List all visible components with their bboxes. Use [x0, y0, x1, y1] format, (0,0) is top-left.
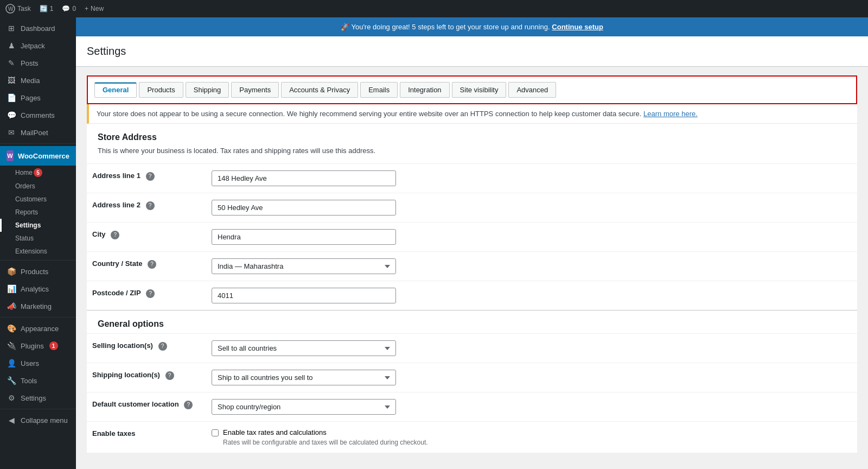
marketing-label: Marketing [21, 302, 52, 310]
collapse-menu-button[interactable]: ◀ Collapse menu [0, 411, 76, 429]
analytics-label: Analytics [21, 285, 49, 293]
sidebar-item-settings[interactable]: Settings [0, 219, 76, 232]
selling-label: Selling location(s) [92, 341, 153, 350]
learn-more-link[interactable]: Learn more here. [643, 110, 698, 118]
selling-locations-select[interactable]: Sell to all countries [212, 340, 396, 356]
enable-taxes-label-cell: Enable taxes [87, 422, 206, 453]
woocommerce-icon: W [7, 150, 14, 161]
postcode-help-icon[interactable]: ? [146, 289, 155, 298]
default-location-help-icon[interactable]: ? [184, 401, 193, 409]
enable-taxes-label: Enable taxes [92, 429, 136, 438]
sidebar-item-home[interactable]: Home 5 [0, 166, 76, 180]
comments-count: 0 [72, 5, 76, 12]
address2-input[interactable] [212, 200, 396, 216]
sidebar-item-media[interactable]: 🖼 Media [0, 72, 76, 89]
sidebar-item-jetpack[interactable]: ♟ Jetpack [0, 37, 76, 54]
enable-taxes-checkbox[interactable] [212, 429, 219, 436]
enable-taxes-subtext: Rates will be configurable and taxes wil… [223, 439, 428, 446]
sidebar-item-products[interactable]: 📦 Products [0, 263, 76, 280]
sidebar-item-users[interactable]: 👤 Users [0, 354, 76, 372]
address1-input[interactable] [212, 170, 396, 186]
wp-logo-item[interactable]: W Task [5, 4, 31, 14]
marketing-icon: 📣 [7, 302, 16, 310]
shipping-label-cell: Shipping location(s) ? [87, 363, 206, 392]
country-help-icon[interactable]: ? [148, 260, 156, 269]
sidebar-item-mailpoet[interactable]: ✉ MailPoet [0, 124, 76, 141]
default-location-select-cell: Shop country/region [206, 392, 857, 422]
sidebar-item-plugins[interactable]: 🔌 Plugins 1 [0, 337, 76, 354]
comments-item[interactable]: 💬 0 [62, 5, 76, 12]
sidebar-item-status[interactable]: Status [0, 232, 76, 245]
default-location-select[interactable]: Shop country/region [212, 399, 396, 415]
sidebar-item-appearance[interactable]: 🎨 Appearance [0, 320, 76, 337]
page-header: Settings [76, 36, 868, 67]
general-options-section: General options Selling location(s) ? Se… [87, 310, 857, 453]
new-item[interactable]: + New [85, 5, 104, 12]
analytics-icon: 📊 [7, 284, 16, 293]
city-label-cell: City ? [87, 223, 206, 252]
sidebar-item-pages[interactable]: 📄 Pages [0, 89, 76, 106]
store-address-desc: This is where your business is located. … [98, 147, 846, 155]
dashboard-icon: ⊞ [7, 24, 16, 33]
enable-taxes-wrapper: Enable tax rates and calculations Rates … [212, 428, 852, 446]
tab-emails[interactable]: Emails [360, 82, 398, 98]
default-location-label: Default customer location [92, 400, 179, 408]
jetpack-icon: ♟ [7, 41, 16, 50]
tab-products[interactable]: Products [139, 82, 183, 98]
banner-text: 🚀 You're doing great! 5 steps left to ge… [341, 23, 550, 31]
continue-setup-link[interactable]: Continue setup [552, 23, 603, 31]
sidebar-label-posts: Posts [21, 59, 39, 67]
selling-locations-row: Selling location(s) ? Sell to all countr… [87, 334, 857, 363]
address1-input-cell [206, 164, 857, 193]
sidebar-woocommerce-header[interactable]: W WooCommerce [0, 146, 76, 166]
store-address-title: Store Address [98, 124, 846, 147]
notice-text: Your store does not appear to be using a… [97, 110, 641, 118]
updates-item[interactable]: 🔄 1 [40, 5, 54, 12]
tab-shipping[interactable]: Shipping [186, 82, 229, 98]
tab-general[interactable]: General [94, 82, 137, 98]
tab-advanced[interactable]: Advanced [508, 82, 556, 98]
plugins-label: Plugins [21, 342, 44, 350]
site-name: Task [17, 5, 31, 12]
selling-label-cell: Selling location(s) ? [87, 334, 206, 363]
selling-help-icon[interactable]: ? [158, 342, 167, 351]
customers-label: Customers [15, 195, 47, 203]
sidebar-label-jetpack: Jetpack [21, 42, 45, 50]
sidebar-item-customers[interactable]: Customers [0, 193, 76, 206]
sidebar-divider-2 [0, 260, 76, 261]
city-help-icon[interactable]: ? [111, 231, 119, 239]
city-input[interactable] [212, 229, 396, 245]
home-badge: 5 [34, 168, 42, 177]
tab-accounts-privacy[interactable]: Accounts & Privacy [281, 82, 358, 98]
sidebar-item-reports[interactable]: Reports [0, 206, 76, 219]
address1-help-icon[interactable]: ? [146, 172, 155, 181]
sidebar-item-extensions[interactable]: Extensions [0, 245, 76, 258]
shipping-locations-select[interactable]: Ship to all countries you sell to [212, 370, 396, 385]
tab-payments[interactable]: Payments [231, 82, 279, 98]
tab-site-visibility[interactable]: Site visibility [452, 82, 507, 98]
default-location-label-cell: Default customer location ? [87, 392, 206, 422]
sidebar-item-tools[interactable]: 🔧 Tools [0, 372, 76, 389]
sidebar-label-media: Media [21, 77, 40, 85]
sidebar-item-main-settings[interactable]: ⚙ Settings [0, 389, 76, 407]
shipping-help-icon[interactable]: ? [165, 371, 174, 380]
sidebar-item-dashboard[interactable]: ⊞ Dashboard [0, 20, 76, 37]
postcode-input[interactable] [212, 288, 396, 303]
country-select[interactable]: India — Maharashtra [212, 258, 396, 274]
sidebar-item-marketing[interactable]: 📣 Marketing [0, 297, 76, 315]
sidebar-item-posts[interactable]: ✎ Posts [0, 54, 76, 72]
sidebar-divider-3 [0, 317, 76, 318]
pages-icon: 📄 [7, 93, 16, 102]
sidebar-item-comments[interactable]: 💬 Comments [0, 106, 76, 124]
address1-row: Address line 1 ? [87, 164, 857, 193]
sidebar-item-analytics[interactable]: 📊 Analytics [0, 280, 76, 297]
wp-logo-icon: W [5, 4, 15, 14]
extensions-label: Extensions [15, 248, 47, 255]
address2-help-icon[interactable]: ? [146, 201, 155, 210]
appearance-icon: 🎨 [7, 324, 16, 333]
collapse-icon: ◀ [7, 416, 16, 424]
tab-integration[interactable]: Integration [400, 82, 449, 98]
sidebar-item-orders[interactable]: Orders [0, 180, 76, 193]
appearance-label: Appearance [21, 325, 59, 333]
updates-icon: 🔄 [40, 5, 48, 12]
